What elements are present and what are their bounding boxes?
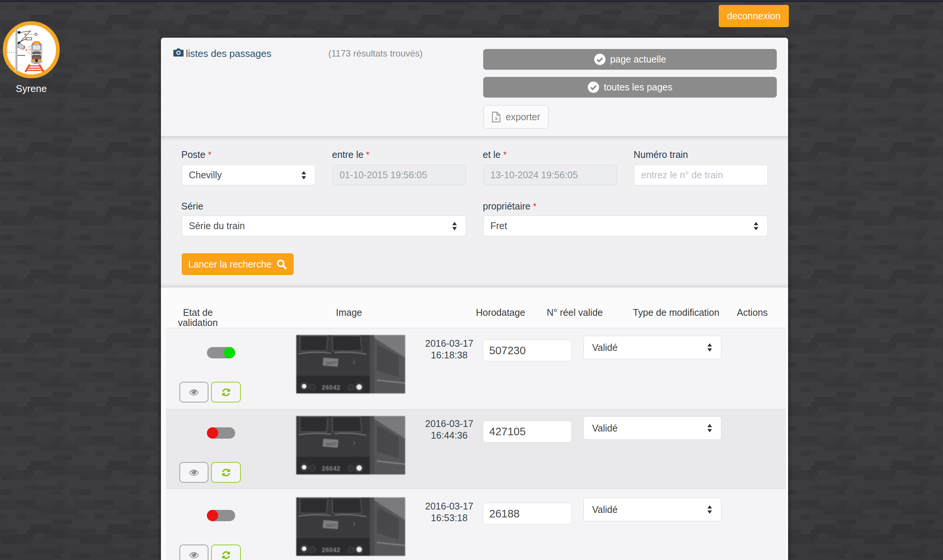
svg-text:26042: 26042 — [322, 465, 341, 472]
svg-text:SNCF: SNCF — [326, 441, 337, 446]
svg-text:SNCF: SNCF — [326, 523, 337, 528]
svg-text:SNCF: SNCF — [326, 360, 337, 366]
svg-text:26042: 26042 — [322, 547, 341, 553]
svg-text:x: x — [495, 115, 498, 122]
svg-text:26042: 26042 — [322, 385, 341, 391]
